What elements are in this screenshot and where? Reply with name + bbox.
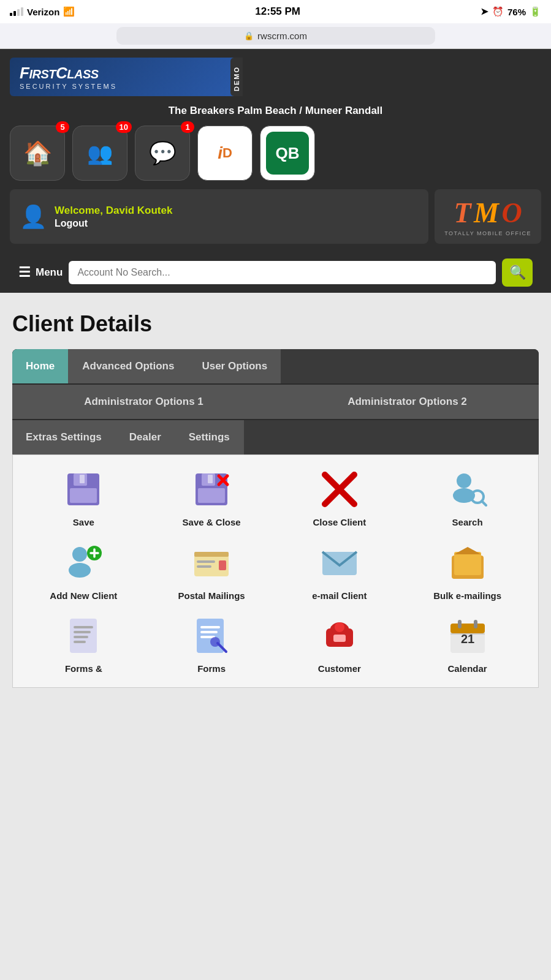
id-icon-btn[interactable]: i D (197, 126, 253, 181)
forms-item[interactable]: Forms (151, 614, 273, 675)
battery-percent: 76% (507, 7, 526, 17)
forms-icon (189, 614, 234, 658)
menu-button[interactable]: ☰ Menu (18, 265, 63, 281)
main-content: Client Details Home Advanced Options Use… (0, 293, 551, 700)
tab-extras-settings[interactable]: Extras Settings (12, 420, 116, 454)
svg-rect-45 (333, 635, 346, 642)
welcome-text: Welcome, David Koutek Logout (55, 205, 172, 229)
search-icon: 🔍 (509, 265, 526, 281)
add-new-client-icon (61, 541, 105, 585)
avatar-icon: 👤 (20, 204, 47, 230)
house-icon: 🏠 (23, 140, 52, 167)
people-icon-btn[interactable]: 10 👥 (72, 126, 127, 181)
menu-label: Menu (36, 266, 63, 279)
calendar-label: Calendar (448, 663, 487, 675)
tabs-row-2: Administrator Options 1 Administrator Op… (12, 383, 539, 419)
forms-and-item[interactable]: Forms & (23, 614, 145, 675)
save-close-item[interactable]: Save & Close (151, 467, 273, 529)
lock-icon: 🔒 (244, 31, 254, 40)
tabs-row-3: Extras Settings Dealer Settings (12, 419, 539, 454)
svg-rect-33 (74, 636, 88, 638)
tab-home[interactable]: Home (12, 349, 69, 383)
add-new-client-item[interactable]: Add New Client (23, 541, 145, 602)
status-time: 12:55 PM (255, 6, 300, 18)
bulk-email-icon (446, 541, 490, 585)
bulk-email-item[interactable]: Bulk e-mailings (406, 541, 528, 602)
email-icon (317, 541, 362, 585)
tab-user-options[interactable]: User Options (188, 349, 281, 383)
chat-badge: 1 (181, 121, 194, 133)
welcome-box[interactable]: 👤 Welcome, David Koutek Logout (10, 189, 428, 244)
search-label: Search (452, 516, 483, 529)
svg-rect-36 (200, 626, 220, 628)
search-button[interactable]: 🔍 (502, 258, 533, 287)
tmo-logo: T M O Totally Mobile Office (444, 197, 531, 236)
tab-advanced-options[interactable]: Advanced Options (69, 349, 188, 383)
save-item[interactable]: Save (23, 467, 145, 529)
chat-icon-btn[interactable]: 1 💬 (135, 126, 190, 181)
qb-icon: QB (266, 132, 309, 175)
svg-rect-49 (458, 620, 462, 628)
postal-icon (189, 541, 234, 585)
calendar-item[interactable]: 21 Calendar (406, 614, 528, 675)
hamburger-icon: ☰ (18, 265, 31, 281)
people-icon: 👥 (87, 141, 113, 165)
icons-grid: Save Save & Close (12, 454, 539, 688)
wifi-icon: 📶 (63, 6, 75, 17)
postal-item[interactable]: Postal Mailings (151, 541, 273, 602)
search-input[interactable] (69, 261, 496, 284)
welcome-name: Welcome, David Koutek (55, 205, 172, 217)
tab-admin-options-2[interactable]: Administrator Options 2 (276, 385, 539, 419)
signal-bars (10, 7, 23, 16)
status-right: ➤ ⏰ 76% 🔋 (481, 6, 541, 17)
chat-icon: 💬 (149, 140, 177, 166)
tabs-row-1: Home Advanced Options User Options (12, 349, 539, 383)
id-icon: i D (203, 132, 246, 175)
tab-admin-options-1[interactable]: Administrator Options 1 (12, 385, 276, 419)
svg-rect-28 (454, 552, 481, 575)
bulk-email-label: Bulk e-mailings (433, 590, 501, 602)
svg-marker-29 (454, 547, 481, 554)
svg-rect-32 (74, 631, 91, 633)
location-arrow-icon: ➤ (481, 6, 488, 17)
app-icons-row: 5 🏠 10 👥 1 💬 i D QB (10, 126, 541, 181)
postal-label: Postal Mailings (178, 590, 245, 602)
customer-item[interactable]: Customer (279, 614, 401, 675)
svg-rect-23 (197, 560, 215, 563)
calendar-icon: 21 (446, 614, 490, 658)
close-client-icon (317, 467, 362, 511)
email-client-item[interactable]: e-mail Client (279, 541, 401, 602)
svg-point-40 (210, 637, 220, 647)
logout-button[interactable]: Logout (55, 218, 172, 229)
svg-rect-31 (74, 626, 93, 628)
forms-and-label: Forms & (65, 663, 102, 675)
qb-icon-btn[interactable]: QB (260, 126, 315, 181)
svg-point-17 (69, 563, 91, 578)
house-badge: 5 (56, 121, 69, 133)
add-new-client-label: Add New Client (50, 590, 117, 602)
save-close-icon (189, 467, 234, 511)
tab-settings[interactable]: Settings (175, 420, 244, 454)
search-item[interactable]: Search (406, 467, 528, 529)
tmo-letters: T M O (444, 197, 531, 229)
svg-point-12 (457, 473, 471, 488)
svg-point-16 (72, 547, 87, 562)
svg-rect-25 (219, 560, 226, 570)
demo-badge: DEMO (230, 58, 243, 96)
svg-rect-2 (80, 475, 85, 483)
svg-rect-6 (208, 475, 213, 483)
carrier-name: Verizon (27, 7, 59, 17)
house-icon-btn[interactable]: 5 🏠 (10, 126, 65, 181)
close-client-item[interactable]: Close Client (279, 467, 401, 529)
status-bar: Verizon 📶 12:55 PM ➤ ⏰ 76% 🔋 (0, 0, 551, 23)
location-line: The Breakers Palm Beach / Muneer Randall (10, 105, 541, 117)
people-badge: 10 (116, 121, 132, 133)
tabs-section: Home Advanced Options User Options Admin… (12, 349, 539, 688)
svg-rect-22 (194, 552, 229, 557)
svg-rect-7 (198, 488, 225, 503)
customer-label: Customer (318, 663, 361, 675)
tab-dealer[interactable]: Dealer (116, 420, 175, 454)
svg-rect-3 (70, 488, 97, 503)
url-bar[interactable]: 🔒 rwscrm.com (116, 27, 435, 45)
svg-line-15 (482, 501, 486, 505)
